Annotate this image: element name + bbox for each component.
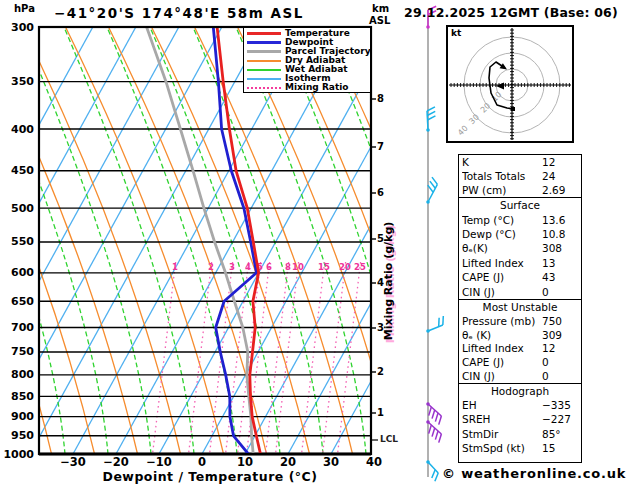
pressure-tick-label: 950 <box>0 429 34 442</box>
table-section-header: Hodograph <box>459 385 581 397</box>
table-row-value: 2.69 <box>542 184 578 196</box>
page-title: −41°20'S 174°48'E 58m ASL <box>54 5 304 21</box>
temp-tick-label: −20 <box>99 455 133 469</box>
table-row-label: Lifted Index <box>462 342 542 354</box>
legend-item: Mixing Ratio <box>244 83 370 92</box>
table-row-value: 0 <box>542 356 578 368</box>
table-section: HodographEH−335SREH−227StmDir85°StmSpd (… <box>459 383 581 455</box>
table-row-label: K <box>462 156 542 168</box>
table-row-value: −335 <box>542 399 578 411</box>
table-row-value: 309 <box>542 329 578 341</box>
table-row-value: 0 <box>542 370 578 382</box>
mixing-ratio-value-label: 20 <box>339 262 351 272</box>
legend-line-sample <box>247 32 281 35</box>
table-row-value: 24 <box>542 170 578 182</box>
table-row-label: StmSpd (kt) <box>462 442 542 454</box>
table-row: StmSpd (kt)15 <box>459 442 581 454</box>
table-row-value: 13 <box>542 257 578 269</box>
table-row-value: 0 <box>542 286 578 298</box>
km-tick-label: 8 <box>377 93 384 104</box>
table-row-label: StmDir <box>462 428 542 440</box>
hodograph-trace-end-marker <box>511 107 515 111</box>
temp-tick-label: 20 <box>271 455 305 469</box>
table-row-value: 85° <box>542 428 578 440</box>
table-row: θₑ (K)309 <box>459 329 581 341</box>
table-section: Most UnstablePressure (mb)750θₑ (K)309Li… <box>459 299 581 383</box>
table-section: SurfaceTemp (°C)13.6Dewp (°C)10.8θₑ(K)30… <box>459 197 581 299</box>
mixing-ratio-value-label: 10 <box>292 262 304 272</box>
temp-tick-label: 0 <box>185 455 219 469</box>
pressure-tick-label: 300 <box>0 21 34 34</box>
temp-tick-label: 10 <box>228 455 262 469</box>
table-row-value: 308 <box>542 242 578 254</box>
table-row-value: 15 <box>542 442 578 454</box>
table-row-value: 43 <box>542 271 578 283</box>
pressure-tick-label: 800 <box>0 368 34 381</box>
table-row: θₑ(K)308 <box>459 242 581 254</box>
table-row: Lifted Index12 <box>459 342 581 354</box>
table-row: CAPE (J)0 <box>459 356 581 368</box>
table-section-header: Most Unstable <box>459 301 581 313</box>
table-row: Lifted Index13 <box>459 257 581 269</box>
legend-line-sample <box>247 78 281 80</box>
mixing-ratio-value-label: 2 <box>208 262 214 272</box>
legend-line-sample <box>247 60 281 62</box>
km-tick-label: 4 <box>377 277 384 288</box>
table-row-label: Pressure (mb) <box>462 315 542 327</box>
table-row-label: Temp (°C) <box>462 214 542 226</box>
mixing-ratio-value-label: 15 <box>318 262 330 272</box>
temp-tick-label: 30 <box>314 455 348 469</box>
mixing-ratio-value-label: 6 <box>266 262 272 272</box>
table-row-label: CAPE (J) <box>462 356 542 368</box>
table-row: PW (cm)2.69 <box>459 184 581 196</box>
table-row-label: CIN (J) <box>462 286 542 298</box>
table-row-value: 750 <box>542 315 578 327</box>
km-tick-label: 5 <box>377 233 384 244</box>
km-tick-label: 7 <box>377 141 384 152</box>
pressure-tick-label: 900 <box>0 410 34 423</box>
mixing-ratio-value-label: 25 <box>354 262 366 272</box>
height-axis-unit-asl: ASL <box>369 15 390 26</box>
table-row: CAPE (J)43 <box>459 271 581 283</box>
table-row: StmDir85° <box>459 428 581 440</box>
table-row-label: CIN (J) <box>462 370 542 382</box>
legend-line-sample <box>247 50 281 53</box>
pressure-tick-label: 700 <box>0 321 34 334</box>
table-row-value: 12 <box>542 156 578 168</box>
table-row: EH−335 <box>459 399 581 411</box>
hodograph: 10203040 <box>447 26 573 142</box>
run-date-label: 29.12.2025 12GMT (Base: 06) <box>404 5 618 20</box>
km-tick-label: 6 <box>377 187 384 198</box>
pressure-tick-label: 600 <box>0 266 34 279</box>
table-row: Dewp (°C)10.8 <box>459 228 581 240</box>
legend-line-sample <box>247 87 281 89</box>
pressure-tick-label: 350 <box>0 75 34 88</box>
table-row-label: Totals Totals <box>462 170 542 182</box>
legend-line-sample <box>247 69 281 71</box>
lcl-marker-label: LCL <box>380 434 398 444</box>
skewt-sounding-page: 12345681015202510203040 hPa −41°20'S 174… <box>0 0 629 486</box>
table-row: Totals Totals24 <box>459 170 581 182</box>
table-row-label: Lifted Index <box>462 257 542 269</box>
table-row: SREH−227 <box>459 413 581 425</box>
legend-line-sample <box>247 41 281 44</box>
pressure-tick-label: 650 <box>0 295 34 308</box>
pressure-tick-label: 450 <box>0 164 34 177</box>
table-row-value: 13.6 <box>542 214 578 226</box>
table-row-label: SREH <box>462 413 542 425</box>
mixing-ratio-value-label: 8 <box>285 262 291 272</box>
table-row: CIN (J)0 <box>459 286 581 298</box>
table-row-label: θₑ (K) <box>462 329 542 341</box>
table-row: CIN (J)0 <box>459 370 581 382</box>
table-row: K12 <box>459 156 581 168</box>
table-row-label: CAPE (J) <box>462 271 542 283</box>
table-row-label: EH <box>462 399 542 411</box>
mixing-ratio-value-label: 3 <box>229 262 235 272</box>
hodograph-unit-label: kt <box>451 28 461 38</box>
pressure-tick-label: 500 <box>0 202 34 215</box>
mixing-ratio-value-label: 1 <box>172 262 178 272</box>
height-axis-unit-km: km <box>372 3 389 14</box>
table-row-label: PW (cm) <box>462 184 542 196</box>
km-tick-label: 2 <box>377 366 384 377</box>
km-tick-label: 3 <box>377 322 384 333</box>
